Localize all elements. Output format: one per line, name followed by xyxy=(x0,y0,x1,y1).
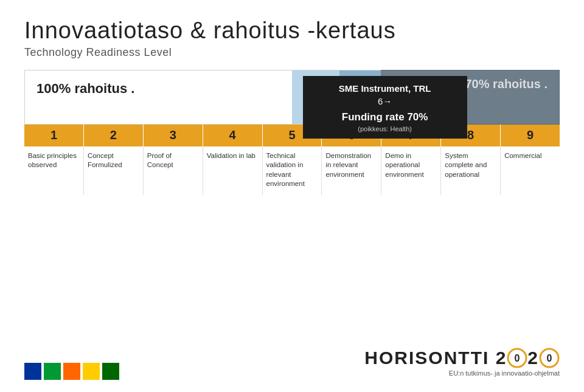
sme-trl: 6→ xyxy=(314,95,456,108)
eu-logo xyxy=(24,363,119,380)
trl-number-cell: 1 xyxy=(24,125,84,146)
logo-circle-icon: 0 xyxy=(507,348,527,368)
logo-horisontti-text: HORISONTTI 2 xyxy=(364,348,507,368)
sub-title: Technology Readiness Level xyxy=(24,46,560,59)
main-title: Innovaatiotaso & rahoitus -kertaus xyxy=(24,18,560,44)
trl-number-cell: 4 xyxy=(203,125,263,146)
trl-number-cell: 9 xyxy=(501,125,560,146)
chart-area: 100% rahoitus . 70% rahoitus . SME Instr… xyxy=(24,70,560,195)
svg-text:0: 0 xyxy=(515,353,520,363)
svg-text:0: 0 xyxy=(547,353,552,363)
label-100-rahoitus: 100% rahoitus . xyxy=(36,81,134,97)
page-container: Innovaatiotaso & rahoitus -kertaus Techn… xyxy=(0,0,584,392)
trl-number-cell: 3 xyxy=(144,125,203,146)
eu-color-square xyxy=(63,363,80,380)
eu-color-square xyxy=(44,363,61,380)
logo-2o-text: 2 xyxy=(527,348,539,368)
logo-text-row: HORISONTTI 2 0 2 0 xyxy=(364,348,560,368)
trl-desc-cell: Concept Formulized xyxy=(84,146,144,195)
trl-desc-cell: Technical validation in relevant environ… xyxy=(263,146,322,195)
label-70-rahoitus: 70% rahoitus . xyxy=(465,77,548,91)
trl-desc-cell: Commercial xyxy=(501,146,560,195)
eu-color-square xyxy=(102,363,119,380)
color-bands-container: 100% rahoitus . 70% rahoitus . SME Instr… xyxy=(24,70,560,125)
logo-circle2-icon: 0 xyxy=(539,348,560,368)
trl-desc-row: Basic principles observedConcept Formuli… xyxy=(24,146,560,195)
sme-instrument-box: SME Instrument, TRL 6→ Funding rate 70% … xyxy=(303,76,467,139)
trl-desc-cell: Basic principles observed xyxy=(24,146,84,195)
trl-desc-cell: Demo in operational environment xyxy=(381,146,441,195)
sme-note: (poikkeus: Health) xyxy=(314,125,456,134)
band-white xyxy=(24,70,292,125)
trl-number-row: 123456789 xyxy=(24,125,560,146)
sme-title: SME Instrument, TRL xyxy=(314,82,456,95)
sme-funding: Funding rate 70% xyxy=(314,110,456,125)
trl-number-cell: 2 xyxy=(84,125,144,146)
eu-color-square xyxy=(24,363,41,380)
trl-desc-cell: Validation in lab xyxy=(203,146,263,195)
eu-color-square xyxy=(83,363,100,380)
trl-desc-cell: System complete and operational xyxy=(441,146,501,195)
trl-desc-cell: Proof of Concept xyxy=(144,146,203,195)
logo-subtitle: EU:n tutkimus- ja innovaatio-ohjelmat xyxy=(364,370,560,377)
horisontti-logo: HORISONTTI 2 0 2 0 EU:n tutkimus- ja inn… xyxy=(364,348,560,377)
trl-desc-cell: Demonstration in relevant environment xyxy=(322,146,381,195)
